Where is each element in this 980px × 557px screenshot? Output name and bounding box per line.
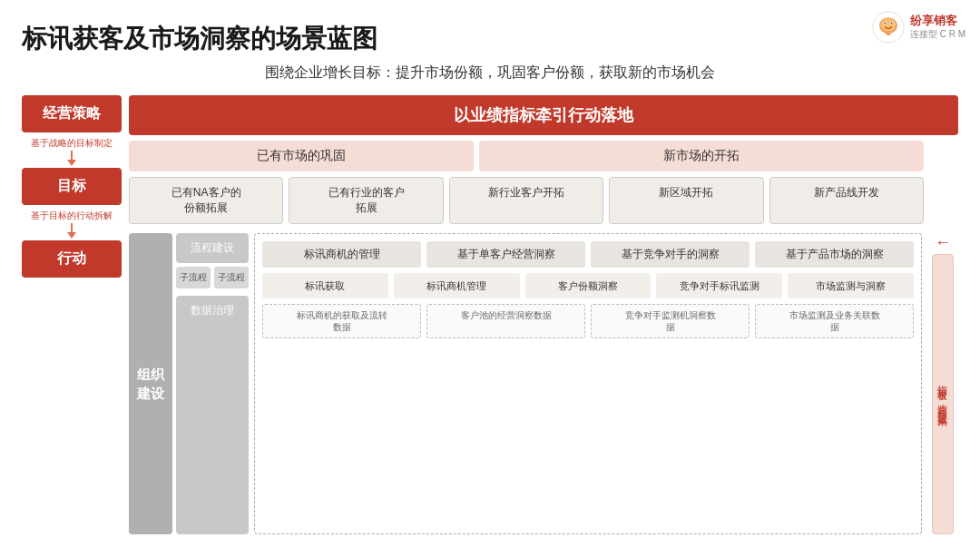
page-container: 纷享销客 连接型 C R M 标讯获客及市场洞察的场景蓝图 围绕企业增长目标：提… <box>0 0 980 557</box>
grid-cell-2-1: 标讯商机管理 <box>394 273 520 298</box>
target-box: 目标 <box>22 168 122 205</box>
strategy-arrow: 基于战略的目标制定 <box>22 134 122 168</box>
market-new: 新市场的开拓 <box>479 141 924 171</box>
grid-cell-3-1: 客户池的经营洞察数据 <box>426 304 585 338</box>
svg-rect-7 <box>886 32 890 35</box>
arrow-tip-1 <box>67 160 76 166</box>
market-row: 已有市场的巩固 新市场的开拓 <box>129 141 958 171</box>
indicator-area: ← 指标看板：监测目标达成效果 <box>927 233 958 534</box>
target-arrow: 基于目标的行动拆解 <box>22 207 122 240</box>
grid-cell-2-2: 客户份额洞察 <box>525 273 652 298</box>
action-box-1: 已有行业的客户拓展 <box>289 177 443 224</box>
grid-cell-1-3: 基于产品市场的洞察 <box>755 241 914 269</box>
arrow-tip-2 <box>67 232 76 239</box>
logo-text-block: 纷享销客 连接型 C R M <box>910 14 965 41</box>
logo-icon <box>872 11 905 44</box>
grid-cell-2-4: 市场监测与洞察 <box>788 273 914 298</box>
right-column: 以业绩指标牵引行动落地 已有市场的巩固 新市场的开拓 已有NA客户的份额拓展 已… <box>129 95 958 534</box>
grid-cell-1-0: 标讯商机的管理 <box>262 241 421 269</box>
arrow-left-icon: ← <box>935 233 951 252</box>
strategy-box: 经营策略 <box>22 95 122 132</box>
grid-row-2: 标讯获取 标讯商机管理 客户份额洞察 竞争对手标讯监测 市场监测与洞察 <box>262 273 914 298</box>
action-box-3: 新区域开拓 <box>609 177 763 224</box>
action-box-2: 新行业客户开拓 <box>449 177 603 224</box>
grid-cell-2-0: 标讯获取 <box>262 273 388 298</box>
svg-point-6 <box>891 23 893 24</box>
grid-cell-1-2: 基于竞争对手的洞察 <box>591 241 750 269</box>
grid-row-3: 标讯商机的获取及流转数据 客户池的经营洞察数据 竞争对手监测机洞察数据 市场监测… <box>262 304 914 338</box>
grid-row-1: 标讯商机的管理 基于单客户经营洞察 基于竞争对手的洞察 基于产品市场的洞察 <box>262 241 914 269</box>
left-column: 经营策略 基于战略的目标制定 目标 基于目标的行动拆解 行动 <box>22 95 122 534</box>
brand-name: 纷享销客 <box>910 14 965 28</box>
grid-cell-2-3: 竞争对手标讯监测 <box>656 273 782 298</box>
strategy-arrow-label: 基于战略的目标制定 <box>31 137 113 150</box>
action-row: 已有NA客户的份额拓展 已有行业的客户拓展 新行业客户开拓 新区域开拓 新产品线… <box>129 177 958 224</box>
process-box: 流程建设 <box>176 233 249 263</box>
indicator-text: 指标看板：监测目标达成效果 <box>936 377 949 411</box>
market-existing: 已有市场的巩固 <box>129 141 474 171</box>
grid-cell-3-3: 市场监测及业务关联数据 <box>755 304 914 338</box>
subprocess-box-1: 子流程 <box>214 267 249 288</box>
main-layout: 经营策略 基于战略的目标制定 目标 基于目标的行动拆解 行动 以业绩指标牵引行动… <box>22 95 958 534</box>
process-col: 流程建设 子流程 子流程 数据治理 <box>176 233 249 534</box>
bottom-section: 组织建设 流程建设 子流程 子流程 数据治理 标讯商机的管理 <box>129 233 958 534</box>
action-box-0: 已有NA客户的份额拓展 <box>129 177 283 224</box>
subprocess-box-0: 子流程 <box>176 267 211 288</box>
page-title: 标讯获客及市场洞察的场景蓝图 <box>22 22 958 56</box>
arrow-line-2 <box>71 223 73 232</box>
grid-area: 标讯商机的管理 基于单客户经营洞察 基于竞争对手的洞察 基于产品市场的洞察 标讯… <box>254 233 922 534</box>
subprocess-row: 子流程 子流程 <box>176 267 249 288</box>
svg-point-5 <box>884 23 886 24</box>
grid-cell-1-1: 基于单客户经营洞察 <box>426 241 585 269</box>
data-box: 数据治理 <box>176 296 249 534</box>
org-box: 组织建设 <box>129 233 172 534</box>
subtitle: 围绕企业增长目标：提升市场份额，巩固客户份额，获取新的市场机会 <box>22 64 958 83</box>
logo-area: 纷享销客 连接型 C R M <box>872 11 965 44</box>
action-box: 行动 <box>22 240 122 278</box>
org-process-col: 组织建设 流程建设 子流程 子流程 数据治理 <box>129 233 249 534</box>
action-box-4: 新产品线开发 <box>769 177 924 224</box>
grid-cell-3-0: 标讯商机的获取及流转数据 <box>262 304 421 338</box>
svg-point-2 <box>881 18 896 31</box>
grid-cell-3-2: 竞争对手监测机洞察数据 <box>591 304 750 338</box>
arrow-line-1 <box>71 151 73 160</box>
brand-sub: 连接型 C R M <box>910 28 965 41</box>
perf-banner: 以业绩指标牵引行动落地 <box>129 95 958 135</box>
target-arrow-label: 基于目标的行动拆解 <box>31 210 113 222</box>
indicator-bar: 指标看板：监测目标达成效果 <box>932 254 954 534</box>
